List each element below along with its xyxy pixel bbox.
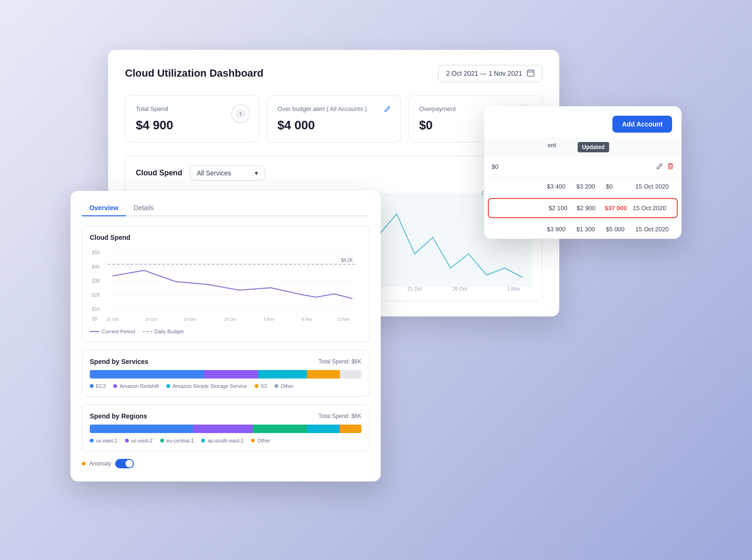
- accounts-table-header: ent Updated: [484, 137, 682, 157]
- legend-s3-storage: Amazon Simple Storage Service: [166, 383, 247, 389]
- legend-budget-label: Daily Budget: [155, 329, 184, 334]
- regions-title: Spend by Regions: [90, 412, 147, 420]
- svg-text:$4K: $4K: [92, 264, 101, 269]
- over-budget-label: Over budget alert ( All Accounts ): [277, 105, 367, 112]
- over-budget-value: $4 000: [277, 118, 390, 133]
- dashboard-header: Cloud Utilization Dashboard 2 Oct 2021 —…: [125, 65, 542, 82]
- svg-text:$: $: [239, 111, 242, 117]
- eu-central-1-segment: [253, 425, 307, 433]
- row2-budget: $3 400: [547, 183, 573, 190]
- us-east-1-segment: [90, 425, 193, 433]
- edit-button[interactable]: [656, 163, 663, 171]
- over-budget-card: Over budget alert ( All Accounts ) $4 00…: [266, 95, 400, 142]
- svg-text:8 Nov: 8 Nov: [302, 316, 313, 321]
- legend-current-period: Current Period: [90, 329, 135, 334]
- row2-balance: $0: [606, 183, 632, 190]
- legend-ap-south-east-1: ap-south-east-1: [201, 438, 243, 443]
- legend-current-label: Current Period: [102, 329, 135, 334]
- svg-text:$1K: $1K: [92, 306, 101, 311]
- svg-text:13 Nov: 13 Nov: [337, 316, 350, 321]
- metric-cards: Total Spend $4 900 $ Over budget alert (…: [125, 95, 542, 142]
- anomaly-dot: [82, 462, 86, 465]
- legend-s3-label: S3: [261, 383, 267, 389]
- date-range-button[interactable]: 2 Oct 2021 — 1 Nov 2021: [438, 65, 542, 82]
- extra-col3: $1 300: [576, 226, 602, 233]
- services-legend: EC2 Amazon Redshift Amazon Simple Storag…: [90, 383, 361, 389]
- legend-eu-central-1-label: eu-central-1: [166, 438, 194, 443]
- svg-text:3 Nov: 3 Nov: [263, 316, 274, 321]
- accounts-row-1: $0: [484, 157, 682, 177]
- cloud-spend-section-title: Cloud Spend: [90, 234, 361, 241]
- regions-bar: [90, 425, 361, 433]
- row3-spent: $2 900: [577, 205, 601, 212]
- chart-legend: Current Period Daily Budget: [90, 329, 361, 334]
- tab-overview[interactable]: Overview: [82, 200, 126, 216]
- total-spend-value: $4 900: [136, 118, 248, 133]
- row3-overspend: $37 000: [605, 205, 629, 212]
- us-east-2-segment: [193, 425, 253, 433]
- spend-chart-line-svg: $5K $4K $3K $2K $1K $0 $4.2K 15 Oct 19 O…: [90, 248, 361, 323]
- tab-details[interactable]: Details: [126, 200, 161, 216]
- svg-text:$5K: $5K: [92, 250, 101, 255]
- accounts-row-2: $3 400 $3 200 $0 15 Oct 2020: [484, 177, 682, 196]
- chevron-down-icon: ▾: [255, 169, 258, 177]
- delete-button[interactable]: [667, 163, 674, 171]
- legend-redshift-label: Amazon Redshift: [119, 383, 159, 389]
- services-dropdown[interactable]: All Services ▾: [190, 166, 265, 181]
- accounts-row-extra: $3 900 $1 300 $5 000 15 Oct 2020: [484, 220, 682, 239]
- date-range-text: 2 Oct 2021 — 1 Nov 2021: [446, 70, 522, 77]
- calendar-icon: [527, 69, 534, 78]
- svg-text:$2K: $2K: [92, 292, 101, 297]
- ec2-segment: [90, 370, 204, 379]
- redshift-segment: [204, 370, 258, 379]
- legend-us-east-2-label: us-east-2: [131, 438, 153, 443]
- add-account-button[interactable]: Add Account: [612, 116, 672, 133]
- col-header-spent: Updated: [578, 142, 609, 152]
- cloud-spend-header: Cloud Spend All Services ▾: [136, 166, 532, 181]
- extra-updated: 15 Oct 2020: [635, 226, 674, 233]
- s3-segment: [258, 370, 307, 379]
- legend-us-east-2: us-east-2: [125, 438, 153, 443]
- legend-daily-budget: Daily Budget: [143, 329, 184, 334]
- svg-text:26 Oct: 26 Oct: [452, 285, 467, 291]
- ap-south-1-segment: [307, 425, 339, 433]
- dollar-icon: $: [231, 104, 250, 123]
- svg-text:15 Oct: 15 Oct: [106, 316, 118, 321]
- edit-icon[interactable]: [384, 105, 391, 115]
- s3-label-segment: [307, 370, 339, 379]
- legend-other-services: Other: [274, 383, 294, 389]
- col-header-balance: [613, 142, 639, 152]
- accounts-panel: Add Account ent Updated $0: [484, 106, 682, 239]
- cloud-spend-title: Cloud Spend: [136, 169, 182, 177]
- svg-text:$3K: $3K: [92, 278, 101, 283]
- legend-ec2: EC2: [90, 383, 106, 389]
- legend-other-services-label: Other: [281, 383, 294, 389]
- regions-total: Total Spend: $6K: [319, 413, 361, 419]
- anomaly-toggle[interactable]: [115, 459, 134, 468]
- row1-balance: $0: [492, 163, 498, 170]
- legend-us-east-1: us-east-1: [90, 438, 118, 443]
- legend-other-regions-label: Other: [257, 438, 270, 443]
- svg-text:$0: $0: [92, 316, 97, 321]
- legend-redshift: Amazon Redshift: [113, 383, 159, 389]
- overview-tabs: Overview Details: [82, 200, 369, 216]
- col-header-budget: ent: [548, 142, 574, 152]
- svg-text:$4.2K: $4.2K: [341, 257, 353, 262]
- dashboard-title: Cloud Utilization Dashboard: [125, 67, 264, 79]
- svg-rect-0: [527, 70, 534, 76]
- services-bar-header: Spend by Services Total Spend: $6K: [90, 358, 361, 365]
- legend-us-east-1-label: us-east-1: [96, 438, 118, 443]
- row3-budget: $2 100: [548, 205, 573, 212]
- svg-text:24 Oct: 24 Oct: [183, 316, 196, 321]
- accounts-row-3-highlighted: $2 100 $2 900 $37 000 15 Oct 2020: [488, 198, 678, 218]
- regions-bar-header: Spend by Regions Total Spend: $6K: [90, 412, 361, 420]
- legend-ec2-label: EC2: [96, 383, 106, 389]
- col-header-updated: [642, 142, 674, 152]
- toggle-thumb: [125, 460, 133, 467]
- other-region-segment: [340, 425, 361, 433]
- row2-updated: 15 Oct 2020: [635, 183, 674, 190]
- services-bar: [90, 370, 361, 379]
- total-spend-card: Total Spend $4 900 $: [125, 95, 259, 142]
- row3-updated: 15 Oct 2020: [633, 205, 669, 212]
- legend-other-regions: Other: [251, 438, 270, 443]
